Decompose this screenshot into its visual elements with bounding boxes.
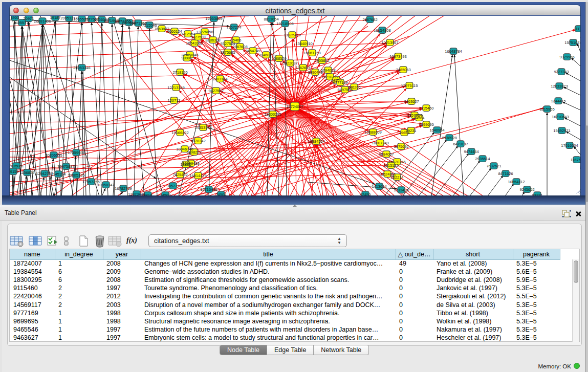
svg-text:16782759: 16782759 — [115, 186, 132, 191]
svg-text:9084067: 9084067 — [379, 152, 394, 157]
svg-text:7357274: 7357274 — [226, 25, 241, 30]
svg-text:9660124: 9660124 — [167, 29, 182, 34]
svg-text:746266: 746266 — [347, 85, 360, 90]
svg-text:12033873: 12033873 — [551, 84, 568, 89]
svg-text:1975692: 1975692 — [394, 144, 408, 149]
svg-text:1413614: 1413614 — [372, 184, 386, 189]
svg-text:14055712: 14055712 — [13, 20, 30, 25]
svg-text:116753: 116753 — [571, 158, 580, 162]
svg-text:2718126: 2718126 — [172, 70, 187, 75]
svg-text:120713: 120713 — [167, 98, 180, 103]
svg-text:13640910: 13640910 — [295, 41, 312, 46]
svg-text:12975115: 12975115 — [401, 83, 418, 88]
svg-text:9463627: 9463627 — [404, 99, 419, 104]
svg-text:14353594: 14353594 — [194, 125, 211, 130]
svg-text:1588520: 1588520 — [271, 56, 286, 61]
svg-text:12942757: 12942757 — [36, 171, 53, 176]
svg-text:6479197: 6479197 — [453, 142, 468, 146]
svg-text:8813054: 8813054 — [264, 17, 278, 21]
svg-text:9777169: 9777169 — [333, 80, 347, 85]
svg-text:1362615: 1362615 — [295, 65, 310, 70]
svg-text:9245652: 9245652 — [519, 187, 534, 192]
svg-text:1145194: 1145194 — [51, 172, 66, 177]
svg-text:8938928: 8938928 — [442, 136, 456, 140]
svg-text:10654112: 10654112 — [508, 180, 525, 184]
svg-text:98901: 98901 — [182, 56, 192, 60]
svg-text:7955812: 7955812 — [314, 58, 329, 63]
svg-text:6794028: 6794028 — [320, 68, 335, 73]
svg-text:33975887: 33975887 — [57, 164, 74, 169]
svg-text:17359936: 17359936 — [68, 150, 84, 155]
svg-text:26691406: 26691406 — [34, 19, 51, 24]
svg-text:13831: 13831 — [181, 162, 191, 167]
svg-text:39159: 39159 — [10, 169, 18, 174]
svg-text:9699695: 9699695 — [419, 122, 433, 127]
svg-text:8471626: 8471626 — [498, 171, 513, 176]
svg-text:15466: 15466 — [231, 38, 242, 42]
svg-text:1733426: 1733426 — [394, 188, 408, 192]
svg-text:3498222: 3498222 — [186, 150, 201, 155]
svg-text:3875685: 3875685 — [220, 50, 235, 55]
svg-text:16053809: 16053809 — [205, 16, 222, 21]
svg-text:18300295: 18300295 — [264, 112, 281, 117]
svg-text:13325419: 13325419 — [284, 33, 300, 37]
svg-text:8903: 8903 — [11, 16, 19, 20]
svg-text:12505135: 12505135 — [68, 173, 84, 178]
svg-text:8215955: 8215955 — [539, 107, 554, 112]
svg-text:16914479: 16914479 — [189, 173, 206, 178]
svg-text:5322037: 5322037 — [282, 61, 297, 65]
svg-text:8186328: 8186328 — [205, 38, 220, 42]
svg-text:252214: 252214 — [390, 175, 403, 180]
svg-text:1244415: 1244415 — [551, 99, 565, 103]
svg-text:2803144: 2803144 — [212, 77, 227, 81]
svg-text:9115460: 9115460 — [419, 106, 434, 111]
svg-text:10688609: 10688609 — [364, 130, 381, 135]
svg-text:10973493: 10973493 — [389, 54, 406, 59]
svg-text:18807249: 18807249 — [372, 141, 388, 145]
svg-text:17016504: 17016504 — [561, 143, 578, 148]
svg-text:7485063: 7485063 — [396, 68, 410, 72]
svg-text:19187: 19187 — [50, 16, 61, 20]
svg-text:9227343: 9227343 — [554, 70, 569, 74]
svg-text:20971: 20971 — [24, 16, 34, 21]
svg-text:10958147: 10958147 — [97, 183, 114, 187]
svg-text:9329966: 9329966 — [559, 55, 574, 59]
svg-text:12213369: 12213369 — [167, 85, 184, 90]
svg-text:9327508: 9327508 — [190, 35, 205, 39]
svg-text:19218506: 19218506 — [276, 21, 293, 26]
svg-text:19166822: 19166822 — [171, 130, 188, 135]
svg-text:16210643: 16210643 — [552, 115, 569, 119]
svg-text:7632621: 7632621 — [486, 164, 501, 168]
svg-text:1615132: 1615132 — [383, 163, 398, 168]
svg-text:1156829: 1156829 — [20, 170, 35, 175]
svg-text:16648784: 16648784 — [445, 49, 462, 54]
svg-text:2835061: 2835061 — [10, 164, 24, 168]
svg-text:15716485: 15716485 — [200, 187, 217, 192]
svg-text:16543362: 16543362 — [186, 41, 203, 46]
svg-text:13226058: 13226058 — [196, 30, 213, 34]
svg-text:16961758: 16961758 — [303, 51, 320, 55]
svg-text:1640954: 1640954 — [429, 128, 444, 133]
svg-text:8454749: 8454749 — [245, 49, 260, 53]
svg-text:16154808: 16154808 — [374, 28, 390, 33]
svg-text:15692971: 15692971 — [553, 128, 570, 133]
svg-text:12213967: 12213967 — [381, 40, 398, 45]
svg-text:11171: 11171 — [574, 27, 580, 31]
svg-text:19654: 19654 — [399, 130, 410, 135]
svg-text:19384554: 19384554 — [308, 139, 324, 144]
svg-text:9427552: 9427552 — [208, 89, 223, 93]
svg-text:2687682: 2687682 — [362, 17, 377, 22]
svg-text:9474444: 9474444 — [464, 149, 478, 154]
svg-text:7625402: 7625402 — [172, 172, 187, 177]
svg-text:5878342: 5878342 — [190, 139, 205, 143]
svg-text:20206555: 20206555 — [45, 153, 62, 158]
svg-text:18724007: 18724007 — [286, 104, 303, 109]
svg-text:15751074: 15751074 — [564, 40, 580, 45]
svg-text:2935514: 2935514 — [475, 157, 490, 161]
svg-text:985779: 985779 — [166, 184, 179, 188]
svg-text:14564: 14564 — [414, 116, 425, 120]
svg-text:26053346: 26053346 — [73, 65, 90, 70]
